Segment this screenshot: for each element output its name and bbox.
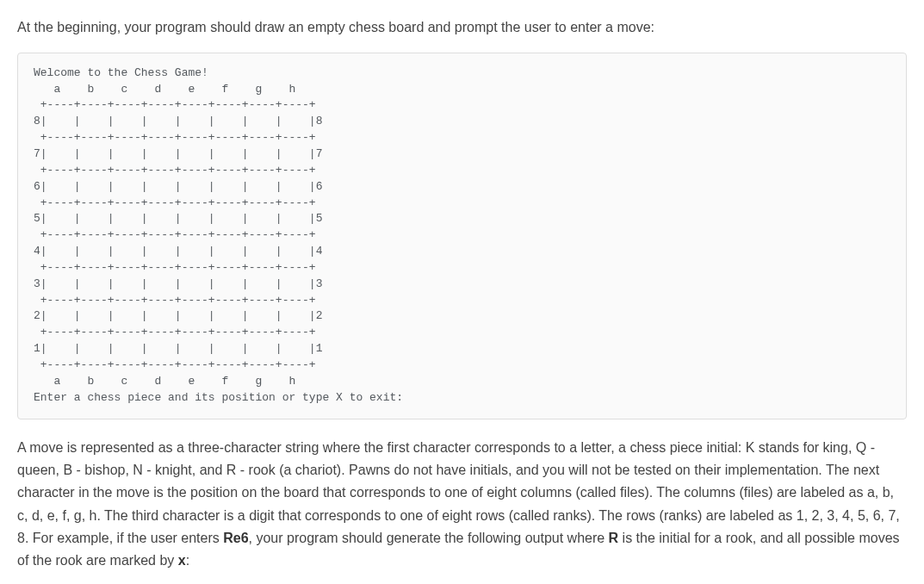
mark-symbol-bold: x [178, 553, 186, 568]
example-move-bold: Re6 [223, 531, 248, 545]
rook-initial-bold: R [609, 531, 619, 545]
intro-paragraph: At the beginning, your program should dr… [17, 17, 907, 39]
code-block-container: Welcome to the Chess Game! a b c d e f g… [17, 53, 907, 419]
desc-text-1: A move is represented as a three-charact… [17, 440, 900, 546]
chess-board-output: Welcome to the Chess Game! a b c d e f g… [34, 65, 890, 407]
description-paragraph: A move is represented as a three-charact… [17, 437, 907, 573]
desc-text-4: : [186, 553, 189, 568]
desc-text-2: , your program should generate the follo… [249, 531, 609, 545]
